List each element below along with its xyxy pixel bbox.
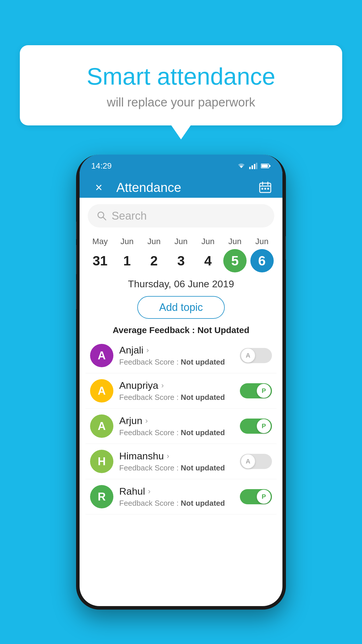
status-bar: 14:29 [80, 155, 282, 177]
svg-rect-1 [252, 165, 253, 169]
close-button[interactable]: × [90, 181, 108, 195]
calendar-row: May31Jun1Jun2Jun3Jun4Jun5Jun6 [80, 234, 282, 272]
svg-line-15 [103, 217, 106, 220]
svg-rect-13 [267, 188, 269, 190]
status-time: 14:29 [91, 161, 112, 171]
student-item-3: HHimanshu ›Feedback Score : Not updatedA [85, 444, 277, 479]
attendance-toggle-3[interactable]: A [240, 454, 272, 469]
student-avatar-2: A [90, 414, 113, 438]
search-placeholder: Search [112, 210, 147, 222]
calendar-date-4[interactable]: Jun4 [195, 237, 221, 272]
bubble-title: Smart attendance [31, 63, 331, 90]
calendar-icon[interactable] [259, 181, 272, 194]
svg-rect-11 [261, 188, 263, 190]
speech-bubble-container: Smart attendance will replace your paper… [20, 45, 342, 125]
attendance-toggle-0[interactable]: A [240, 348, 272, 363]
header-title: Attendance [116, 180, 259, 195]
svg-rect-6 [261, 164, 268, 167]
svg-rect-2 [254, 164, 255, 169]
calendar-date-3[interactable]: Jun3 [168, 237, 194, 272]
volume-button-2 [76, 245, 77, 274]
student-feedback-1: Feedback Score : Not updated [119, 393, 234, 402]
selected-date-label: Thursday, 06 June 2019 [80, 278, 282, 290]
volume-button-3 [76, 280, 77, 309]
student-feedback-0: Feedback Score : Not updated [119, 358, 234, 367]
wifi-icon [237, 163, 246, 169]
student-feedback-2: Feedback Score : Not updated [119, 428, 234, 437]
calendar-date-1[interactable]: Jun1 [114, 237, 140, 272]
phone-frame: 14:29 [76, 155, 286, 610]
student-list: AAnjali ›Feedback Score : Not updatedAAA… [80, 338, 282, 514]
student-name-0[interactable]: Anjali › [119, 344, 234, 356]
bubble-subtitle: will replace your paperwork [31, 95, 331, 109]
student-item-2: AArjun ›Feedback Score : Not updatedP [85, 409, 277, 444]
student-avatar-0: A [90, 344, 113, 367]
student-name-3[interactable]: Himanshu › [119, 450, 234, 462]
svg-rect-0 [249, 167, 251, 169]
svg-rect-3 [256, 163, 257, 169]
signal-icon [249, 163, 257, 169]
search-bar[interactable]: Search [88, 204, 274, 228]
calendar-date-2[interactable]: Jun2 [141, 237, 167, 272]
average-feedback: Average Feedback : Not Updated [80, 325, 282, 335]
volume-button-1 [76, 222, 77, 239]
power-button [285, 236, 286, 260]
search-icon [96, 211, 107, 221]
phone-screen: 14:29 [80, 155, 282, 606]
battery-icon [261, 163, 271, 169]
student-name-4[interactable]: Rahul › [119, 486, 234, 497]
speech-bubble: Smart attendance will replace your paper… [20, 45, 342, 125]
calendar-date-31[interactable]: May31 [87, 237, 113, 272]
add-topic-button[interactable]: Add topic [137, 296, 225, 319]
student-avatar-3: H [90, 450, 113, 473]
attendance-toggle-2[interactable]: P [240, 419, 272, 434]
student-item-1: AAnupriya ›Feedback Score : Not updatedP [85, 373, 277, 409]
student-item-0: AAnjali ›Feedback Score : Not updatedA [85, 338, 277, 373]
attendance-toggle-1[interactable]: P [240, 383, 272, 398]
student-feedback-3: Feedback Score : Not updated [119, 463, 234, 473]
student-avatar-1: A [90, 379, 113, 402]
calendar-date-6[interactable]: Jun6 [249, 237, 275, 272]
svg-rect-5 [269, 165, 270, 167]
student-name-2[interactable]: Arjun › [119, 415, 234, 426]
student-feedback-4: Feedback Score : Not updated [119, 499, 234, 508]
calendar-date-5[interactable]: Jun5 [222, 237, 248, 272]
svg-rect-12 [264, 188, 266, 190]
student-avatar-4: R [90, 485, 113, 508]
student-name-1[interactable]: Anupriya › [119, 380, 234, 391]
status-icons [237, 163, 271, 169]
attendance-toggle-4[interactable]: P [240, 489, 272, 504]
student-item-4: RRahul ›Feedback Score : Not updatedP [85, 479, 277, 514]
